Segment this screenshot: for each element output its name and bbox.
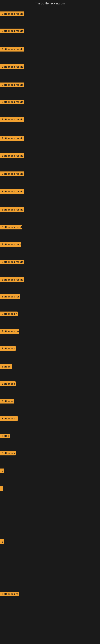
- result-item: Bottleneck result: [0, 117, 24, 122]
- bottleneck-result-badge[interactable]: Bottlenec: [0, 399, 14, 404]
- bottleneck-result-badge[interactable]: Bottleneck r: [0, 312, 18, 316]
- bottleneck-result-badge[interactable]: Bottleneck result: [0, 225, 22, 230]
- result-item: Bottleneck: [0, 381, 16, 387]
- result-item: Bottleneck: [0, 451, 16, 456]
- result-item: Bottleneck result: [0, 207, 24, 213]
- site-title: TheBottlenecker.com: [0, 0, 100, 6]
- result-item: Bottleneck r: [0, 312, 18, 317]
- bottleneck-result-badge[interactable]: Bottleneck result: [0, 82, 24, 87]
- result-item: Bottleneck result: [0, 82, 24, 88]
- bottleneck-result-badge[interactable]: Bottleneck result: [0, 207, 24, 212]
- bottleneck-result-badge[interactable]: Bottleneck: [0, 451, 16, 456]
- result-item: Bottleneck res: [0, 329, 19, 334]
- bottleneck-result-badge[interactable]: Bo: [0, 539, 4, 544]
- bottleneck-result-badge[interactable]: Bottleneck result: [0, 64, 24, 69]
- result-item: Bottleneck result: [0, 242, 21, 248]
- bottleneck-result-badge[interactable]: Bottleneck result: [0, 260, 24, 264]
- result-item: B: [0, 468, 4, 474]
- bottleneck-result-badge[interactable]: Bottleneck result: [0, 242, 21, 247]
- result-item: Bo: [0, 539, 4, 545]
- result-item: Bottleneck result: [0, 277, 24, 283]
- bottleneck-result-badge[interactable]: Bottleneck result: [0, 294, 20, 299]
- result-item: Bottleneck result: [0, 12, 24, 17]
- result-item: Bottleneck re: [0, 592, 19, 597]
- result-item: Bottleneck: [0, 346, 16, 352]
- bottleneck-result-badge[interactable]: Bottleneck res: [0, 329, 19, 334]
- bottleneck-result-badge[interactable]: Bottleneck result: [0, 47, 24, 52]
- bottleneck-result-badge[interactable]: Bottlen: [0, 364, 12, 369]
- result-item: Bottleneck result: [0, 136, 24, 142]
- result-item: |: [0, 486, 3, 492]
- result-item: Bottleneck result: [0, 294, 20, 300]
- result-item: Bottle: [0, 434, 10, 439]
- bottleneck-result-badge[interactable]: Bottleneck: [0, 346, 16, 351]
- result-item: Bottleneck result: [0, 153, 24, 159]
- bottleneck-result-badge[interactable]: |: [0, 486, 3, 491]
- result-item: Bottleneck result: [0, 100, 24, 105]
- result-item: Bottlen: [0, 364, 12, 370]
- bottleneck-result-badge[interactable]: B: [0, 468, 4, 473]
- bottleneck-result-badge[interactable]: Bottleneck result: [0, 153, 24, 158]
- result-item: Bottleneck r: [0, 416, 18, 422]
- bottleneck-result-badge[interactable]: Bottleneck result: [0, 172, 24, 176]
- bottleneck-result-badge[interactable]: Bottle: [0, 434, 10, 438]
- bottleneck-result-badge[interactable]: Bottleneck result: [0, 28, 24, 33]
- bottleneck-result-badge[interactable]: Bottleneck result: [0, 117, 24, 122]
- result-item: Bottleneck result: [0, 64, 24, 70]
- result-item: Bottleneck result: [0, 225, 22, 230]
- bottleneck-result-badge[interactable]: Bottleneck result: [0, 136, 24, 141]
- result-item: Bottleneck result: [0, 47, 24, 52]
- result-item: Bottleneck result: [0, 260, 24, 265]
- bottleneck-result-badge[interactable]: Bottleneck result: [0, 12, 24, 16]
- bottleneck-result-badge[interactable]: Bottleneck r: [0, 416, 18, 421]
- bottleneck-result-badge[interactable]: Bottleneck result: [0, 189, 24, 194]
- bottleneck-result-badge[interactable]: Bottleneck: [0, 381, 16, 386]
- result-item: Bottlenec: [0, 399, 14, 404]
- result-item: Bottleneck result: [0, 172, 24, 177]
- result-item: Bottleneck result: [0, 28, 24, 34]
- bottleneck-result-badge[interactable]: Bottleneck re: [0, 592, 19, 596]
- bottleneck-result-badge[interactable]: Bottleneck result: [0, 277, 24, 282]
- bottleneck-result-badge[interactable]: Bottleneck result: [0, 100, 24, 104]
- result-item: Bottleneck result: [0, 189, 24, 194]
